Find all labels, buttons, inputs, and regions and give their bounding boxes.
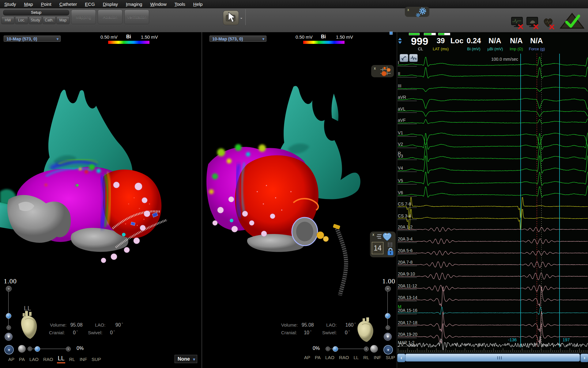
heart-signal-disconnected-icon[interactable]: [543, 18, 556, 29]
ecg-channel-label-20A-17-18[interactable]: 20A 17-18: [398, 320, 417, 325]
none-dropdown[interactable]: None ▾: [175, 355, 197, 363]
ecg-channel-label-CS-7-8[interactable]: CS 7-8: [398, 201, 411, 206]
gear-icon[interactable]: [414, 7, 428, 17]
orientation-button[interactable]: PA: [315, 355, 321, 360]
map-select-dropdown[interactable]: 10-Map (573, 0) ▾: [4, 36, 61, 42]
opacity-increase-button[interactable]: +: [364, 347, 369, 351]
system-check-icon[interactable]: [560, 13, 584, 29]
menu-item[interactable]: Imaging: [126, 2, 142, 7]
reset-view-heart-button[interactable]: ♥: [5, 333, 13, 341]
opacity-slider-thumb[interactable]: [35, 346, 40, 352]
spinner-icon[interactable]: [398, 38, 402, 44]
ecg-channel-label-III[interactable]: III: [398, 83, 401, 88]
orientation-button[interactable]: SUP: [386, 355, 395, 360]
tag-count-box[interactable]: 14: [372, 242, 383, 254]
ecg-channel-label-20A-19-20[interactable]: 20A 19-20: [398, 332, 417, 337]
menu-item[interactable]: Window: [150, 2, 166, 7]
scrollbar-right-icon[interactable]: ›: [580, 354, 588, 362]
monitor-ecg-disconnected-icon[interactable]: [511, 17, 524, 29]
visitag-heart-icon[interactable]: [377, 232, 393, 242]
orientation-button[interactable]: LAO: [29, 357, 39, 362]
orientation-button[interactable]: SUP: [92, 357, 101, 362]
compass-heart-button[interactable]: ♥: [4, 345, 14, 355]
zoom-out-button[interactable]: −: [6, 325, 11, 330]
ecg-channel-label-20A-9-10[interactable]: 20A 9-10: [398, 271, 415, 276]
opacity-slider-thumb[interactable]: [333, 346, 338, 352]
monitor-ultrasound-disconnected-icon[interactable]: [526, 17, 540, 29]
reset-view-heart-button[interactable]: ♥: [384, 333, 392, 341]
ecg-channel-label-20A-5-6[interactable]: 20A 5-6: [398, 248, 413, 253]
setup-button[interactable]: Loc.: [15, 16, 28, 24]
menu-item[interactable]: Point: [41, 2, 51, 7]
mode-button[interactable]: Verification: [124, 10, 149, 24]
points-grid-icon[interactable]: [380, 66, 393, 76]
viewport-corner-icon[interactable]: [390, 32, 393, 35]
opacity-increase-button[interactable]: +: [66, 347, 71, 351]
compass-heart-button[interactable]: ♥: [383, 345, 393, 355]
orientation-button[interactable]: RL: [69, 357, 75, 362]
ecg-channel-label-20A-1-2[interactable]: 20A 1-2: [398, 224, 413, 229]
setup-button[interactable]: Study: [29, 16, 42, 24]
opacity-decrease-button[interactable]: −: [326, 347, 330, 351]
orientation-button[interactable]: INF: [374, 355, 381, 360]
orientation-button[interactable]: LL: [58, 355, 64, 362]
ecg-channel-label-20A-7-8[interactable]: 20A 7-8: [398, 260, 413, 265]
opacity-decrease-button[interactable]: −: [28, 347, 32, 351]
map-select-dropdown[interactable]: 10-Map (573, 0) ▾: [209, 36, 266, 42]
ecg-channel-label-CS-3-4[interactable]: CS 3-4: [398, 213, 411, 218]
zoom-slider-track[interactable]: [8, 291, 9, 326]
scrollbar-track[interactable]: [405, 354, 580, 362]
lock-icon[interactable]: [387, 247, 394, 256]
orientation-button[interactable]: RAO: [339, 355, 349, 360]
setup-button[interactable]: Cath.: [43, 16, 56, 24]
zoom-in-button[interactable]: +: [6, 286, 12, 292]
orientation-button[interactable]: RL: [363, 355, 369, 360]
menu-item[interactable]: Tools: [175, 2, 185, 7]
zoom-slider-thumb[interactable]: [385, 313, 390, 319]
orientation-button[interactable]: LL: [353, 355, 359, 360]
orientation-button[interactable]: PA: [19, 357, 25, 362]
menu-item[interactable]: Study: [4, 2, 16, 7]
orientation-button[interactable]: AP: [304, 355, 310, 360]
ecg-channel-label-II[interactable]: II: [398, 71, 400, 76]
scrollbar-grip[interactable]: [497, 356, 502, 359]
orientation-button[interactable]: RAO: [43, 357, 53, 362]
menu-item[interactable]: Catheter: [59, 2, 77, 7]
ecg-channel-label-V5[interactable]: V5: [398, 178, 403, 183]
opacity-sphere-icon[interactable]: [370, 345, 378, 353]
zoom-slider-thumb[interactable]: [6, 313, 11, 319]
color-scale-bar[interactable]: [303, 41, 345, 44]
orientation-button[interactable]: INF: [80, 357, 87, 362]
grid-icon[interactable]: [388, 243, 393, 247]
ecg-channel-label-I[interactable]: I: [398, 60, 399, 65]
ecg-channel-label-V4[interactable]: V4: [398, 166, 403, 171]
ecg-channel-label-aVR[interactable]: aVR: [398, 95, 406, 100]
ecg-channel-label-V2[interactable]: V2: [398, 142, 403, 147]
zoom-out-button[interactable]: −: [386, 325, 390, 330]
close-icon[interactable]: x: [374, 66, 376, 71]
chevron-down-icon[interactable]: ⌄: [240, 15, 243, 20]
ecg-channel-label-20A-13-14[interactable]: 20A 13-14: [398, 295, 417, 300]
menu-item[interactable]: Map: [24, 2, 33, 7]
menu-item[interactable]: ECG: [85, 2, 95, 7]
mode-button[interactable]: Mapping: [71, 10, 96, 24]
color-scale-bar[interactable]: [108, 41, 149, 44]
mode-button[interactable]: Ablation: [98, 10, 123, 24]
close-icon[interactable]: x: [372, 232, 374, 237]
menu-item[interactable]: Display: [103, 2, 118, 7]
zoom-slider-track[interactable]: [387, 291, 388, 326]
ecg-channel-label-V1[interactable]: V1: [398, 130, 403, 135]
orientation-button[interactable]: LAO: [325, 355, 334, 360]
menu-item[interactable]: Help: [193, 2, 203, 7]
zoom-in-button[interactable]: +: [385, 286, 391, 292]
ecg-channel-label-20A-11-12[interactable]: 20A 11-12: [398, 283, 417, 288]
scrollbar-left-icon[interactable]: ‹: [397, 354, 405, 362]
ecg-traces[interactable]: IIIIIIaVRaVLaVFV1V2V3V4V5V6CS 7-8CS 3-42…: [397, 54, 588, 354]
ecg-channel-label-20A-3-4[interactable]: 20A 3-4: [398, 236, 413, 241]
ecg-channel-label-V6[interactable]: V6: [398, 190, 403, 195]
orientation-button[interactable]: AP: [8, 357, 14, 362]
setup-button[interactable]: Map: [56, 16, 70, 24]
setup-button[interactable]: HW: [1, 16, 14, 24]
opacity-sphere-icon[interactable]: [18, 345, 26, 353]
close-icon[interactable]: x: [407, 8, 409, 12]
